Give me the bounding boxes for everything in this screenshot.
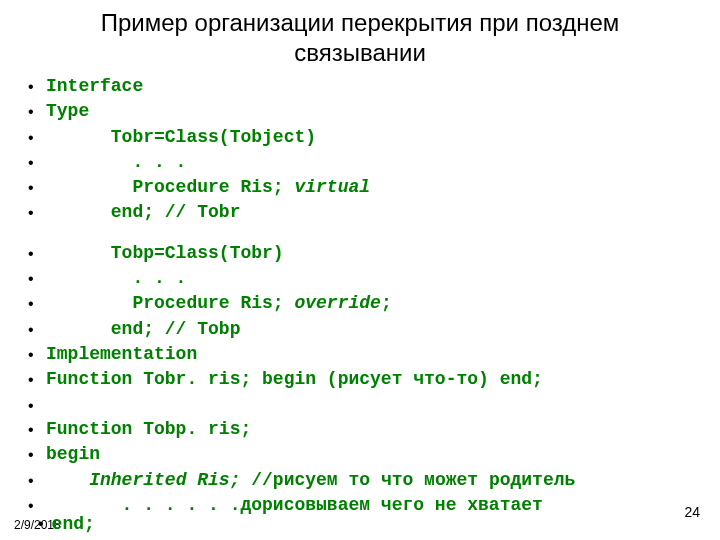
page-number: 24 [684, 504, 700, 520]
bullet-icon: • [28, 342, 46, 366]
bullet-icon: • [28, 266, 46, 290]
bullet-icon: • [28, 367, 46, 391]
bullet-icon: • [28, 99, 46, 123]
code-line: •Function Tobp. ris; [28, 417, 700, 441]
code-text: . . . [46, 150, 186, 174]
code-line: • Tobp=Class(Tobr) [28, 241, 700, 265]
bullet-icon: • [28, 200, 46, 224]
code-line: • Tobr=Class(Tobject) [28, 125, 700, 149]
bullet-icon: • [28, 241, 46, 265]
bullet-icon: • [28, 150, 46, 174]
code-text: Implementation [46, 342, 197, 366]
code-line: • end; // Tobp [28, 317, 700, 341]
code-text: Function Tobr. ris; begin (рисует что-то… [46, 367, 543, 391]
code-line: • end; // Tobr [28, 200, 700, 224]
code-line: •Implementation [28, 342, 700, 366]
bullet-icon: • [28, 125, 46, 149]
code-text: Tobp=Class(Tobr) [46, 241, 284, 265]
code-text: end; // Tobr [46, 200, 240, 224]
code-line: •Interface [28, 74, 700, 98]
code-text: . . . [46, 266, 186, 290]
end-line: •end; [38, 514, 95, 534]
code-line: • Procedure Ris; virtual [28, 175, 700, 199]
code-text: Function Tobp. ris; [46, 417, 251, 441]
code-line: • Procedure Ris; override; [28, 291, 700, 315]
slide-title: Пример организации перекрытия при поздне… [60, 8, 660, 68]
bullet-icon: • [28, 291, 46, 315]
bullet-icon: • [28, 417, 46, 441]
code-text: Procedure Ris; virtual [46, 175, 370, 199]
code-text: Inherited Ris; //рисуем то что может род… [46, 468, 575, 492]
bullet-icon: • [28, 317, 46, 341]
bullet-icon: • [28, 393, 46, 417]
code-block: •Interface•Type• Tobr=Class(Tobject)• . … [0, 74, 720, 517]
code-text: Interface [46, 74, 143, 98]
code-text: Tobr=Class(Tobject) [46, 125, 316, 149]
code-text: Type [46, 99, 89, 123]
bullet-icon: • [28, 442, 46, 466]
code-line: • Inherited Ris; //рисуем то что может р… [28, 468, 700, 492]
code-text: Procedure Ris; override; [46, 291, 392, 315]
bullet-icon: • [28, 175, 46, 199]
code-line: • . . . . . .дорисовываем чего не хватае… [28, 493, 700, 517]
bullet-icon: • [28, 468, 46, 492]
code-text: begin [46, 442, 100, 466]
code-text: . . . . . .дорисовываем чего не хватает [46, 493, 543, 517]
bullet-icon: • [28, 74, 46, 98]
code-line: • . . . [28, 266, 700, 290]
code-line: •Function Tobr. ris; begin (рисует что-т… [28, 367, 700, 391]
code-text: end; // Tobp [46, 317, 240, 341]
code-line: • . . . [28, 150, 700, 174]
code-line: •begin [28, 442, 700, 466]
code-line: •Type [28, 99, 700, 123]
code-line: • [28, 393, 700, 417]
